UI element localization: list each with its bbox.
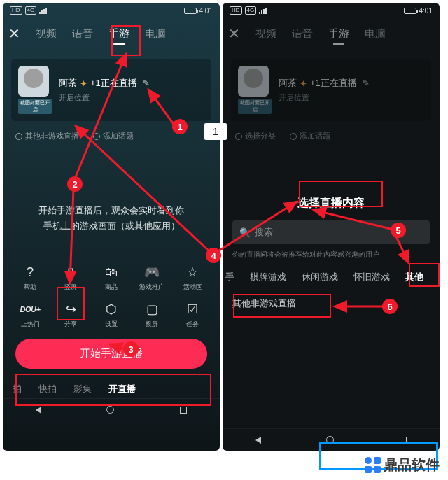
bag-icon: 🛍 (94, 264, 128, 280)
share-icon: ↪ (54, 302, 88, 317)
brand-text: 鼎品软件 (384, 456, 440, 474)
leaf-icon: ✦ (300, 78, 307, 89)
avatar[interactable] (18, 66, 49, 97)
phone-portrait-icon: ▯ (54, 264, 88, 280)
panel-title: 选择直播内容 (223, 196, 440, 211)
location-toggle[interactable]: 开启位置 (59, 92, 150, 103)
nav-back-icon[interactable] (255, 437, 261, 444)
help-button[interactable]: ?帮助 (13, 264, 47, 292)
phone-left: HD 4G 4:01 ✕ 视频 语音 手游 电脑 截图封面已开启 阿茶 (3, 3, 220, 451)
status-bar: HD 4G 4:01 (223, 3, 440, 18)
gamepad-icon: 🎮 (135, 264, 169, 280)
cat-other[interactable]: 其他 (405, 271, 424, 283)
mode-tabs: ✕ 视频 语音 手游 电脑 (223, 18, 440, 46)
avatar-tag: 截图封面已开启 (238, 99, 272, 114)
pencil-icon[interactable]: ✎ (363, 78, 370, 88)
mode-tabs: ✕ 视频 语音 手游 电脑 (3, 18, 220, 46)
search-icon: 🔍 (239, 227, 251, 238)
battery-icon (404, 8, 416, 14)
signal-icon (39, 8, 47, 14)
stream-card[interactable]: 截图封面已开启 阿茶 ✦ +1正在直播 ✎ 开启位置 (231, 59, 431, 121)
hd-badge: HD (230, 6, 242, 15)
clock: 4:01 (419, 7, 433, 15)
title-status: +1正在直播 (310, 77, 357, 90)
tab-voice[interactable]: 语音 (72, 27, 93, 41)
share-button[interactable]: ↪分享 (54, 302, 88, 329)
cat-board[interactable]: 棋牌游戏 (250, 271, 286, 283)
description-text: 开始手游直播后，观众会实时看到你 手机上的游戏画面（或其他应用） (22, 203, 200, 234)
location-toggle[interactable]: 开启位置 (279, 92, 370, 103)
close-icon[interactable]: ✕ (228, 25, 240, 42)
nav-recent-icon[interactable] (180, 407, 187, 414)
tab-album[interactable]: 影集 (74, 383, 92, 395)
ring-icon (290, 133, 297, 140)
search-placeholder: 搜索 (255, 226, 273, 239)
phone-right: HD 4G 4:01 ✕ 视频 语音 手游 电脑 截图封面已开启 阿茶 (223, 3, 440, 451)
portrait-button[interactable]: ▯竖屏 (54, 264, 88, 292)
status-bar: HD 4G 4:01 (3, 3, 220, 18)
help-icon: ? (13, 264, 47, 280)
brand-logo-icon (365, 457, 381, 473)
icon-row-1: ?帮助 ▯竖屏 🛍商品 🎮游戏推广 ☆活动区 (3, 255, 220, 292)
cat-retro[interactable]: 怀旧游戏 (354, 271, 390, 283)
android-nav (223, 428, 440, 451)
dou-icon: DOU+ (13, 302, 47, 317)
net-badge: 4G (245, 6, 257, 15)
tab-voice[interactable]: 语音 (292, 27, 313, 41)
nav-back-icon[interactable] (36, 407, 41, 414)
hd-badge: HD (10, 6, 22, 15)
zone-button[interactable]: ☆活动区 (176, 264, 209, 292)
settings-button[interactable]: ⬡设置 (94, 302, 128, 329)
promote-button[interactable]: 🎮游戏推广 (135, 264, 169, 292)
other-nongame-option[interactable]: 其他非游戏直播 (232, 297, 430, 310)
tab-live[interactable]: 开直播 (108, 383, 136, 395)
white-pill: 1 (204, 123, 227, 140)
signal-icon (259, 8, 267, 14)
hint-text: 你的直播间将会被推荐给对此内容感兴趣的用户 (232, 250, 430, 260)
topic-chip[interactable]: 添加话题 (290, 131, 330, 141)
tab-pc[interactable]: 电脑 (365, 27, 386, 41)
tab-mobile[interactable]: 手游 (108, 27, 130, 41)
start-live-button[interactable]: 开始手游直播 (15, 339, 207, 369)
calendar-icon: ☑ (176, 302, 209, 317)
avatar[interactable] (238, 66, 269, 97)
net-badge: 4G (25, 6, 37, 15)
task-button[interactable]: ☑任务 (176, 302, 209, 329)
category-chip[interactable]: 其他非游戏直播 (15, 131, 79, 141)
title-user: 阿茶 (279, 77, 297, 90)
gear-icon: ⬡ (94, 302, 128, 317)
nav-recent-icon[interactable] (400, 437, 407, 444)
clock: 4:01 (200, 7, 213, 15)
tab-quick[interactable]: 快拍 (38, 383, 57, 395)
cat-p[interactable]: 手 (225, 271, 234, 283)
dou-button[interactable]: DOU+上热门 (13, 302, 47, 329)
leaf-icon: ✦ (80, 78, 88, 89)
tab-video[interactable]: 视频 (255, 27, 276, 41)
topic-chip[interactable]: 添加话题 (93, 131, 134, 141)
cast-button[interactable]: ▢投屏 (135, 302, 169, 329)
ring-icon (235, 133, 242, 140)
nav-home-icon[interactable] (326, 436, 334, 444)
tab-pc[interactable]: 电脑 (145, 27, 166, 41)
pencil-icon[interactable]: ✎ (143, 78, 150, 88)
shop-button[interactable]: 🛍商品 (94, 264, 128, 292)
battery-icon (184, 8, 197, 14)
tab-mobile[interactable]: 手游 (328, 27, 349, 41)
tab-shoot[interactable]: 拍 (13, 383, 22, 395)
avatar-tag: 截图封面已开启 (18, 99, 52, 114)
watermark-brand: 鼎品软件 (365, 456, 440, 474)
category-chip[interactable]: 选择分类 (235, 131, 276, 141)
cat-casual[interactable]: 休闲游戏 (302, 271, 338, 283)
close-icon[interactable]: ✕ (8, 25, 20, 42)
android-nav (3, 398, 220, 421)
ring-icon (15, 133, 22, 140)
tab-video[interactable]: 视频 (36, 27, 57, 41)
stream-card[interactable]: 截图封面已开启 阿茶 ✦ +1正在直播 ✎ 开启位置 (11, 59, 211, 121)
cast-icon: ▢ (135, 302, 169, 317)
category-tabs: 手 棋牌游戏 休闲游戏 怀旧游戏 其他 (223, 271, 440, 283)
search-input[interactable]: 🔍 搜索 (232, 220, 430, 244)
star-icon: ☆ (176, 264, 209, 280)
bottom-tabs: 拍 快拍 影集 开直播 (3, 376, 220, 398)
nav-home-icon[interactable] (106, 406, 114, 414)
title-status: +1正在直播 (90, 77, 137, 90)
